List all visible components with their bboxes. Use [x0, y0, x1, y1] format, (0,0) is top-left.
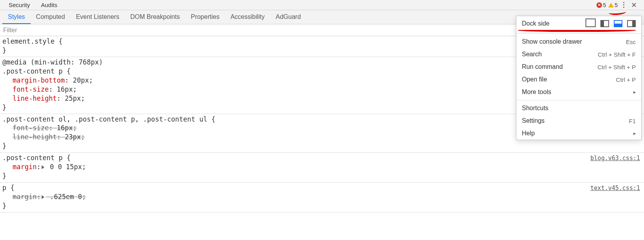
menu-item[interactable]: Help▸	[516, 127, 641, 140]
error-count-badge[interactable]: 5	[596, 2, 606, 8]
more-options-button[interactable]	[620, 0, 627, 9]
devtools-main-menu: Dock side Show console drawerEscSearchCt…	[516, 16, 642, 140]
property[interactable]: font-size	[13, 124, 49, 132]
selector[interactable]: .post-content p {	[2, 153, 642, 162]
menu-item[interactable]: Shortcuts	[516, 102, 641, 114]
css-rule[interactable]: blog.v63.css:1.post-content p {margin: 0…	[0, 153, 644, 183]
source-link[interactable]: text.v45.css:1	[591, 184, 640, 192]
menu-item-label: Run command	[522, 63, 563, 70]
dock-right-button[interactable]	[627, 20, 636, 27]
property[interactable]: margin-bottom	[13, 76, 65, 84]
tab-security[interactable]: Security	[3, 1, 35, 9]
value[interactable]: 16px	[57, 85, 73, 93]
menu-item-label: Settings	[522, 117, 545, 124]
menu-item[interactable]: Show console drawerEsc	[516, 35, 641, 48]
value[interactable]: 16px	[57, 124, 73, 132]
value[interactable]: 20px	[73, 76, 89, 84]
menu-item-label: Shortcuts	[522, 105, 549, 112]
menu-item[interactable]: SearchCtrl + Shift + F	[516, 48, 641, 61]
rule-close: }	[2, 172, 642, 181]
expand-icon[interactable]	[42, 195, 44, 199]
error-icon	[596, 2, 602, 8]
dock-left-button[interactable]	[600, 20, 609, 27]
menu-item[interactable]: Open fileCtrl + P	[516, 73, 641, 86]
devtools-main-tabs: Security Audits 5 5 ✕	[0, 0, 644, 10]
tab-dom-breakpoints[interactable]: DOM Breakpoints	[125, 10, 185, 24]
menu-shortcut: Ctrl + P	[616, 76, 636, 83]
expand-icon[interactable]	[42, 165, 44, 169]
property[interactable]: margin	[13, 193, 37, 201]
tab-adguard[interactable]: AdGuard	[270, 10, 306, 24]
property[interactable]: font-size	[13, 85, 49, 93]
styles-filter-input[interactable]	[0, 25, 118, 35]
dock-side-row: Dock side	[516, 16, 641, 32]
dock-side-label: Dock side	[522, 20, 549, 27]
menu-item[interactable]: More tools▸	[516, 86, 641, 98]
menu-item-label: Help	[522, 130, 535, 137]
tab-properties[interactable]: Properties	[185, 10, 225, 24]
value[interactable]: 25px	[65, 94, 81, 102]
rule-close: }	[2, 142, 642, 151]
menu-section: ShortcutsSettingsF1Help▸	[516, 102, 641, 140]
tab-event-listeners[interactable]: Event Listeners	[70, 10, 124, 24]
submenu-icon: ▸	[633, 131, 636, 136]
menu-item[interactable]: SettingsF1	[516, 114, 641, 127]
property[interactable]: margin	[13, 163, 37, 171]
submenu-icon: ▸	[633, 89, 636, 95]
property[interactable]: line-height	[13, 94, 57, 102]
value[interactable]: 0 0 15px	[50, 163, 82, 171]
value[interactable]: .625em 0	[50, 193, 82, 201]
menu-shortcut: Ctrl + Shift + P	[597, 64, 636, 70]
tab-styles[interactable]: Styles	[2, 10, 31, 24]
close-devtools-button[interactable]: ✕	[629, 1, 639, 9]
warning-count-badge[interactable]: 5	[608, 2, 618, 8]
css-rule[interactable]: text.v45.css:1p {margin: .625em 0;}	[0, 183, 644, 212]
dock-undock-button[interactable]	[587, 20, 596, 27]
tab-computed[interactable]: Computed	[31, 10, 71, 24]
menu-shortcut: Ctrl + Shift + F	[598, 51, 636, 58]
error-count: 5	[603, 2, 606, 8]
menu-item-label: More tools	[522, 89, 551, 96]
value[interactable]: 23px	[65, 133, 81, 141]
annotation-mark	[518, 28, 636, 32]
menu-item-label: Open file	[522, 76, 547, 83]
source-link[interactable]: blog.v63.css:1	[591, 154, 640, 162]
menu-item-label: Show console drawer	[522, 38, 582, 45]
rule-close: }	[2, 201, 642, 210]
declaration[interactable]: margin: 0 0 15px;	[2, 162, 642, 172]
menu-shortcut: Esc	[626, 39, 636, 45]
menu-item[interactable]: Run commandCtrl + Shift + P	[516, 61, 641, 73]
menu-item-label: Search	[522, 51, 542, 58]
warning-icon	[608, 3, 614, 7]
warning-count: 5	[615, 2, 618, 8]
menu-section: Show console drawerEscSearchCtrl + Shift…	[516, 35, 641, 98]
dock-bottom-button[interactable]	[614, 20, 622, 27]
property[interactable]: line-height	[13, 133, 57, 141]
declaration[interactable]: margin: .625em 0;	[2, 192, 642, 201]
tab-audits[interactable]: Audits	[35, 1, 63, 9]
menu-shortcut: F1	[629, 118, 636, 124]
selector[interactable]: p {	[2, 183, 642, 192]
tab-accessibility[interactable]: Accessibility	[225, 10, 270, 24]
